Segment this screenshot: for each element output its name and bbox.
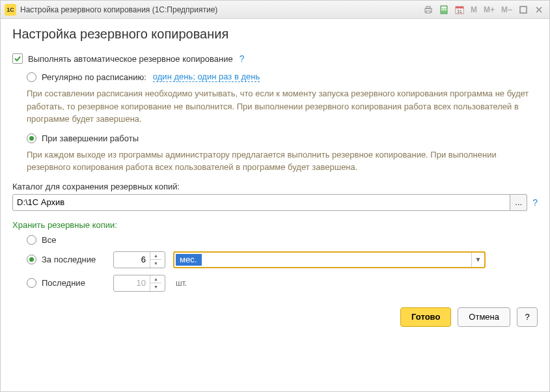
- help-button[interactable]: ?: [517, 307, 538, 327]
- combo-dropdown-icon[interactable]: ▼: [471, 253, 484, 267]
- spinner-up-icon[interactable]: ▲: [150, 252, 161, 260]
- spinner-down-icon[interactable]: ▼: [150, 260, 161, 268]
- radio-retention-all[interactable]: [27, 235, 36, 245]
- radio-retention-period[interactable]: [27, 255, 36, 264]
- svg-rect-2: [426, 11, 430, 13]
- svg-rect-11: [520, 7, 527, 13]
- memory-mplus-button[interactable]: M+: [482, 5, 497, 14]
- help-icon[interactable]: ?: [240, 53, 245, 64]
- spinner-down-icon[interactable]: ▼: [150, 283, 161, 291]
- close-icon[interactable]: [532, 3, 545, 16]
- ok-button[interactable]: Готово: [400, 307, 451, 327]
- retention-count-label: Последние: [42, 278, 113, 288]
- svg-rect-1: [426, 7, 430, 8]
- svg-rect-9: [456, 7, 463, 8]
- svg-text:31: 31: [457, 9, 462, 14]
- count-spinner[interactable]: ▲ ▼: [113, 275, 165, 292]
- retention-period-label: За последние: [42, 255, 113, 264]
- radio-by-schedule[interactable]: [27, 72, 36, 82]
- radio-on-exit[interactable]: [27, 133, 36, 143]
- page-title: Настройка резервного копирования: [12, 27, 538, 42]
- retention-all-label: Все: [42, 235, 113, 245]
- auto-backup-checkbox[interactable]: [12, 53, 23, 64]
- catalog-label: Каталог для сохранения резервных копий:: [12, 182, 538, 191]
- restore-icon[interactable]: [517, 3, 530, 16]
- schedule-link[interactable]: один день; один раз в день: [153, 72, 260, 82]
- radio-by-schedule-label: Регулярно по расписанию:: [42, 72, 146, 82]
- radio-on-exit-label: При завершении работы: [42, 133, 139, 143]
- radio-retention-count[interactable]: [27, 278, 36, 288]
- memory-mminus-button[interactable]: M−: [499, 5, 514, 14]
- period-count-input[interactable]: [114, 255, 150, 264]
- period-count-spinner[interactable]: ▲ ▼: [113, 251, 165, 268]
- print-icon[interactable]: [422, 3, 435, 16]
- period-unit-value: мес.: [176, 254, 202, 266]
- retention-title: Хранить резервные копии:: [12, 220, 538, 230]
- svg-rect-6: [443, 9, 445, 10]
- catalog-input[interactable]: [12, 194, 510, 211]
- auto-backup-label: Выполнять автоматическое резервное копир…: [28, 54, 233, 64]
- calendar-icon[interactable]: 31: [453, 3, 466, 16]
- count-unit-label: шт.: [176, 279, 187, 288]
- svg-rect-4: [441, 7, 447, 8]
- app-logo-icon: 1C: [5, 4, 16, 16]
- memory-m-button[interactable]: M: [469, 5, 479, 14]
- count-input[interactable]: [114, 278, 150, 288]
- schedule-hint: При составлении расписания необходимо уч…: [27, 87, 538, 126]
- window-title: Настройка резервного копирования (1С:Пре…: [20, 5, 422, 14]
- cancel-button[interactable]: Отмена: [458, 307, 510, 327]
- on-exit-hint: При каждом выходе из программы администр…: [27, 148, 538, 174]
- spinner-up-icon[interactable]: ▲: [150, 275, 161, 283]
- period-unit-combo[interactable]: мес. ▼: [173, 251, 486, 268]
- calculator-icon[interactable]: [437, 3, 450, 16]
- svg-rect-5: [441, 9, 443, 10]
- titlebar: 1C Настройка резервного копирования (1С:…: [1, 1, 549, 19]
- svg-rect-7: [445, 9, 447, 10]
- catalog-help-icon[interactable]: ?: [532, 197, 538, 208]
- browse-button[interactable]: ...: [510, 194, 527, 211]
